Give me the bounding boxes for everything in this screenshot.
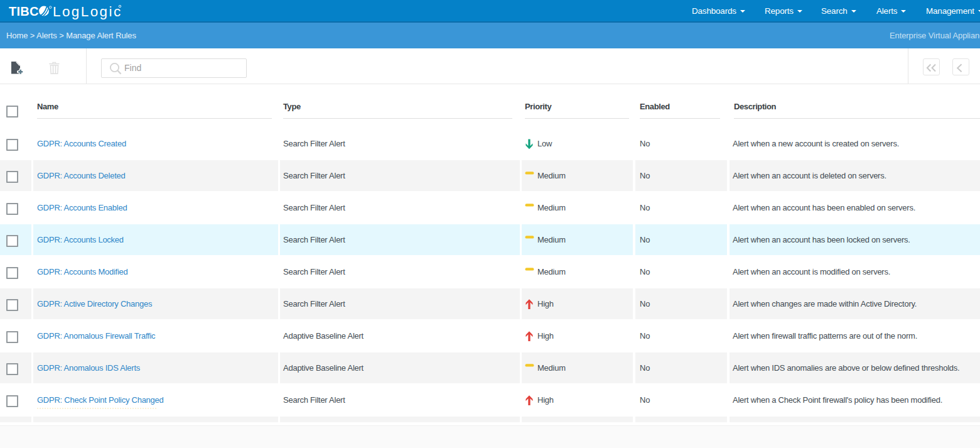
svg-text:LogLogic: LogLogic [53,4,122,19]
svg-text:TIBC: TIBC [9,4,39,18]
